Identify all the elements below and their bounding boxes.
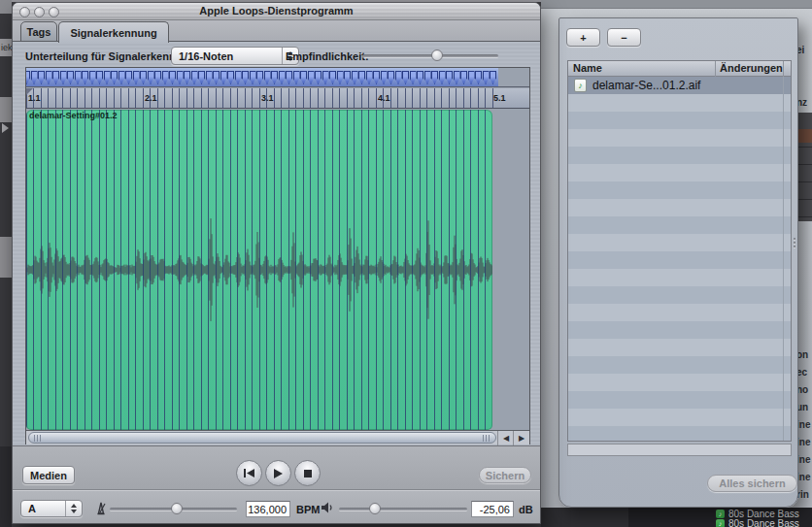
background-cell-fragment	[796, 129, 812, 143]
scroll-left-icon[interactable]: ◀	[497, 431, 514, 445]
background-window-edge	[541, 0, 812, 9]
slider-thumb[interactable]	[171, 503, 183, 514]
slider-thumb[interactable]	[369, 503, 381, 514]
loop-icon: ♪	[716, 510, 725, 518]
stop-icon	[304, 470, 312, 478]
background-text-fragment: no	[796, 384, 812, 395]
tempo-unit-label: BPM	[296, 504, 320, 515]
waveform-editor: 1.12.13.14.15.1 delamar-Setting#01.2 ◀ ▶	[25, 67, 530, 445]
zoom-window-icon[interactable]	[49, 7, 59, 17]
volume-slider[interactable]	[339, 500, 467, 517]
background-block	[0, 0, 12, 14]
file-list-table: Name Änderungen ♪ delamar-Se...01.2.aif	[567, 60, 792, 442]
file-list-body[interactable]	[568, 94, 791, 441]
disclosure-triangle-icon	[2, 123, 9, 133]
background-text-fragment: on	[796, 349, 812, 360]
sensitivity-slider[interactable]	[362, 47, 498, 64]
window-title: Apple Loops-Dienstprogramm	[13, 3, 540, 19]
background-text-fragment: un	[796, 402, 812, 412]
play-button[interactable]	[265, 460, 291, 486]
background-text-fragment: nz	[796, 97, 812, 108]
background-text-fragment: ine	[796, 472, 812, 482]
division-popup-value: 1/16-Noten	[172, 50, 282, 62]
files-drawer: + − Name Änderungen ♪ delamar-Se...01.2.…	[558, 17, 798, 508]
column-divider[interactable]	[783, 61, 784, 77]
desktop: iek einzonecnounineineineinerin ♪80s Dan…	[0, 0, 812, 527]
tab-tags[interactable]: Tags	[20, 21, 57, 42]
transport-bar: Medien Sichern	[13, 445, 540, 489]
background-block	[0, 237, 12, 278]
scrollbar-thumb[interactable]	[28, 432, 496, 444]
popup-stepper-icon	[65, 501, 82, 516]
scroll-right-icon[interactable]: ▶	[513, 431, 529, 445]
sensitivity-label: Empfindlichkeit:	[286, 50, 369, 62]
tempo-slider[interactable]	[110, 500, 237, 517]
slider-thumb[interactable]	[431, 49, 443, 61]
level-field[interactable]: -25,06	[471, 501, 514, 517]
media-button[interactable]: Medien	[22, 466, 75, 484]
loop-icon: ♪	[716, 519, 725, 527]
remove-file-button[interactable]: −	[607, 28, 641, 47]
skip-to-start-icon	[244, 469, 254, 478]
slider-track[interactable]	[339, 508, 467, 511]
division-popup[interactable]: 1/16-Noten	[171, 47, 299, 65]
background-loop-row: ♪80s Dance Bass	[716, 509, 799, 518]
add-file-button[interactable]: +	[566, 28, 600, 47]
metronome-icon	[94, 501, 109, 515]
speaker-icon	[321, 502, 335, 513]
tab-signalerkennung[interactable]: Signalerkennung	[58, 21, 169, 43]
audio-file-note-icon: ♪	[574, 79, 587, 92]
background-text-fragment: ec	[796, 367, 812, 378]
drawer-resize-handle[interactable]	[793, 238, 795, 251]
status-bar: A 136,000 BPM -25,06 dB	[13, 491, 540, 524]
save-button[interactable]: Sichern	[479, 467, 531, 483]
waveform-area: delamar-Setting#01.2	[26, 110, 529, 430]
ruler-bar-label: 4.1	[378, 93, 390, 103]
apple-loops-utility-window: Apple Loops-Dienstprogramm Tags Signaler…	[12, 2, 541, 524]
background-text-fragment: ine	[796, 419, 812, 430]
background-text-fragment: ine	[796, 437, 812, 447]
key-popup-value: A	[21, 503, 65, 514]
background-left-column: iek	[0, 0, 12, 527]
column-divider[interactable]	[715, 61, 716, 77]
close-window-icon[interactable]	[19, 7, 30, 17]
file-row-selected[interactable]: ♪ delamar-Se...01.2.aif	[568, 77, 791, 94]
key-popup[interactable]: A	[20, 500, 83, 517]
waveform-scrollbar: ◀ ▶	[26, 430, 529, 445]
region-label: delamar-Setting#01.2	[29, 111, 118, 120]
background-loop-row: ♪80s Dance Bass	[716, 518, 799, 527]
file-name: delamar-Se...01.2.aif	[592, 79, 700, 92]
background-text-fragment: iek	[0, 40, 12, 55]
division-grid-lines	[26, 110, 492, 430]
save-all-button[interactable]: Alles sichern	[707, 475, 797, 492]
transient-strip[interactable]	[26, 68, 529, 87]
beat-ruler: 1.12.13.14.15.1	[26, 88, 529, 109]
column-header-changes[interactable]: Änderungen	[720, 62, 783, 74]
slider-track[interactable]	[362, 54, 498, 57]
minimize-window-icon[interactable]	[34, 7, 45, 17]
file-list-header[interactable]: Name Änderungen	[568, 61, 791, 77]
skip-to-start-button[interactable]	[236, 460, 262, 486]
play-icon	[274, 469, 283, 478]
title-bar[interactable]: Apple Loops-Dienstprogramm	[13, 3, 540, 20]
stop-button[interactable]	[294, 460, 321, 486]
background-text-fragment: ei	[796, 45, 812, 55]
ruler-bar-label: 3.1	[261, 93, 274, 103]
background-text-fragment: ine	[796, 454, 812, 465]
background-block	[0, 97, 12, 122]
level-unit-label: dB	[519, 504, 533, 515]
tempo-field[interactable]: 136,000	[246, 501, 290, 517]
column-header-name[interactable]: Name	[573, 62, 602, 74]
scrollbar-track-edge	[783, 77, 784, 441]
ruler-bar-label: 1.1	[28, 93, 41, 103]
loop-name: 80s Dance Bass	[728, 518, 799, 527]
background-text-fragment: rin	[796, 489, 812, 500]
ruler-bar-label: 2.1	[145, 93, 157, 103]
file-list-horizontal-scrollbar[interactable]	[567, 444, 792, 456]
ruler-bar-label: 5.1	[493, 93, 506, 103]
background-block	[0, 446, 12, 527]
